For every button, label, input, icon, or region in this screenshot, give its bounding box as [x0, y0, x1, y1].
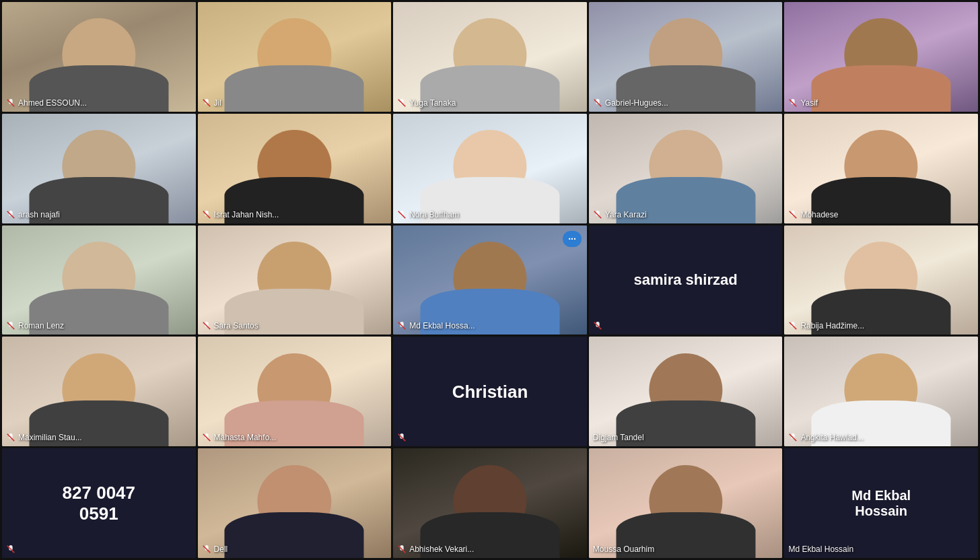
video-cell-samira: samira shirzad [589, 225, 783, 335]
video-cell-arash: arash najafi [2, 114, 196, 223]
name-tag-abhishek: Abhishek Vekari... [397, 545, 474, 554]
video-cell-yasif: Yasif [784, 2, 978, 112]
video-cell-sara: Sara Santos [198, 225, 392, 335]
name-tag-yasif: Yasif [788, 98, 818, 108]
center-name-samira: samira shirzad [634, 271, 738, 289]
name-tag-rabija: Rabija Hadžime... [788, 321, 864, 330]
video-cell-dell: Dell [198, 448, 392, 558]
video-cell-angkita: Angkita Hawlad... [784, 337, 978, 446]
name-tag-digjam: Digjam Tandel [593, 433, 644, 442]
name-tag-moussa: Moussa Ouarhim [593, 545, 654, 554]
name-tag-angkita: Angkita Hawlad... [788, 433, 863, 442]
name-tag-nora: Nóra Buffham [397, 210, 459, 219]
video-cell-yara: Yara Karazi [589, 114, 783, 223]
name-tag-yara: Yara Karazi [593, 210, 647, 219]
video-cell-jil: Jil [198, 2, 392, 112]
big-text-mdekbal2: Md Ekbal Hossain [833, 488, 930, 519]
name-tag-roman: Roman Lenz [6, 321, 64, 330]
name-tag-jil: Jil [202, 98, 221, 108]
video-cell-phone: 827 0047 0591 [2, 448, 196, 558]
name-tag-samira [593, 321, 602, 330]
video-cell-max: Maximilian Stau... [2, 337, 196, 446]
name-tag-mohadese: Mohadese [788, 210, 838, 219]
video-cell-mohadese: Mohadese [784, 114, 978, 223]
video-cell-christian: Christian [393, 337, 587, 446]
video-cell-ahmed: Ahmed ESSOUN... [2, 2, 196, 112]
video-cell-md: ··· Md Ekbal Hossa... [393, 225, 587, 335]
name-tag-mdekbal2: Md Ekbal Hossain [788, 545, 853, 554]
more-options-button[interactable]: ··· [563, 231, 582, 247]
video-cell-yuga: Yuga Tanaka [393, 2, 587, 112]
video-cell-nora: Nóra Buffham [393, 114, 587, 223]
name-tag-max: Maximilian Stau... [6, 433, 82, 442]
video-cell-gabriel: Gabriel-Hugues... [589, 2, 783, 112]
video-cell-digjam: Digjam Tandel [589, 337, 783, 446]
video-cell-moussa: Moussa Ouarhim [589, 448, 783, 558]
video-cell-abhishek: Abhishek Vekari... [393, 448, 587, 558]
name-tag-md: Md Ekbal Hossa... [397, 321, 475, 330]
name-tag-gabriel: Gabriel-Hugues... [593, 98, 668, 108]
video-cell-mdekbal2: Md Ekbal HossainMd Ekbal Hossain [784, 448, 978, 558]
center-name-christian: Christian [452, 381, 528, 402]
name-tag-phone [6, 545, 15, 554]
name-tag-mahasta: Mahasta Mahfo... [202, 433, 277, 442]
video-cell-mahasta: Mahasta Mahfo... [198, 337, 392, 446]
name-tag-ahmed: Ahmed ESSOUN... [6, 98, 87, 108]
video-grid: Ahmed ESSOUN... Jil Yuga Tanaka Gabriel-… [0, 0, 980, 560]
name-tag-christian [397, 433, 407, 442]
video-cell-rabija: Rabija Hadžime... [784, 225, 978, 335]
big-text-phone: 827 0047 0591 [50, 483, 147, 524]
video-cell-roman: Roman Lenz [2, 225, 196, 335]
name-tag-sara: Sara Santos [202, 321, 258, 330]
name-tag-yuga: Yuga Tanaka [397, 98, 456, 108]
name-tag-dell: Dell [202, 545, 228, 554]
video-cell-israt: Israt Jahan Nish... [198, 114, 392, 223]
name-tag-israt: Israt Jahan Nish... [202, 210, 279, 219]
name-tag-arash: arash najafi [6, 210, 60, 219]
